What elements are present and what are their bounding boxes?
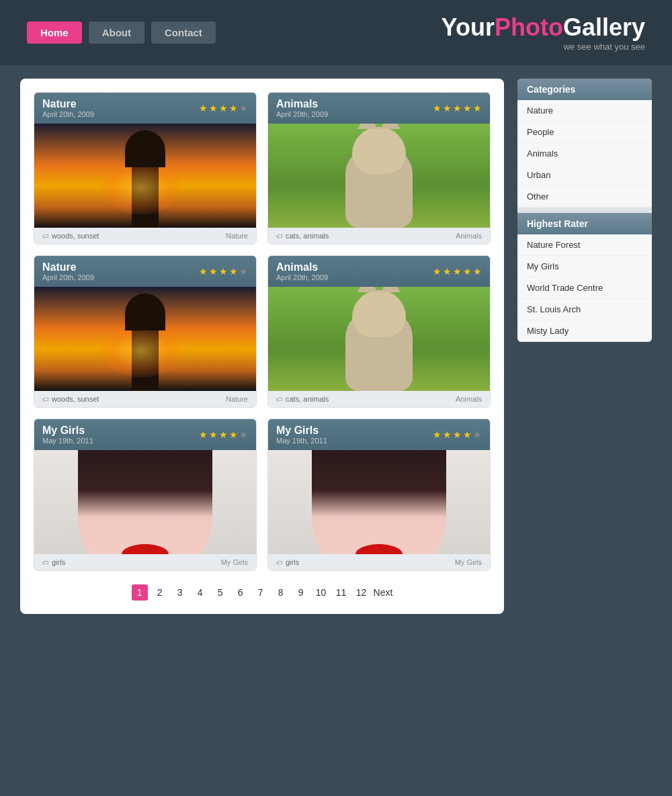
photo-card[interactable]: My Girls May 19th, 2011 ★ ★ ★ ★ ★	[267, 418, 491, 571]
photo-card[interactable]: Animals April 20th, 2009 ★ ★ ★ ★ ★	[267, 255, 491, 408]
gallery-grid: Nature April 20th, 2009 ★ ★ ★ ★ ★ 🏷wo	[34, 92, 491, 571]
star-4: ★	[229, 266, 238, 277]
page-8-button[interactable]: 8	[273, 584, 289, 601]
nav-home-button[interactable]: Home	[27, 21, 82, 44]
photo-card[interactable]: Animals April 20th, 2009 ★ ★ ★ ★ ★	[267, 92, 491, 245]
site-logo: YourPhotoGallery	[442, 13, 645, 42]
nav-about-button[interactable]: About	[89, 21, 144, 44]
star-2: ★	[443, 429, 452, 440]
page-4-button[interactable]: 4	[192, 584, 208, 601]
card-date: May 19th, 2011	[276, 437, 327, 445]
photo-card[interactable]: Nature April 20th, 2009 ★ ★ ★ ★ ★ 🏷wo	[34, 255, 257, 408]
card-category: Nature	[226, 395, 248, 403]
logo-tagline: we see what you see	[442, 42, 645, 52]
card-stars: ★ ★ ★ ★ ★	[433, 266, 482, 277]
card-tags: woods, sunset	[52, 232, 99, 240]
photo-card[interactable]: My Girls May 19th, 2011 ★ ★ ★ ★ ★	[34, 418, 257, 571]
card-category: My Girls	[455, 558, 482, 566]
logo-your: Your	[442, 13, 495, 41]
sidebar-item-my-girls[interactable]: My Girls	[517, 256, 652, 277]
star-5: ★	[473, 103, 482, 114]
tag-icon: 🏷	[276, 232, 283, 240]
girl-face	[312, 450, 446, 554]
photo-card[interactable]: Nature April 20th, 2009 ★ ★ ★ ★ ★ 🏷wo	[34, 92, 257, 245]
page-11-button[interactable]: 11	[333, 584, 349, 601]
card-header: Nature April 20th, 2009 ★ ★ ★ ★ ★	[34, 256, 256, 287]
girl-lips	[355, 544, 403, 554]
card-date: May 19th, 2011	[42, 437, 93, 445]
card-image-nature	[34, 124, 256, 228]
card-category: Nature	[226, 232, 248, 240]
next-page-button[interactable]: Next	[374, 587, 393, 598]
sidebar-item-urban[interactable]: Urban	[517, 165, 652, 186]
star-1: ★	[199, 429, 208, 440]
card-title: My Girls	[276, 425, 327, 437]
girl-lips	[122, 544, 169, 554]
star-2: ★	[443, 103, 452, 114]
cat-ear-right	[380, 124, 401, 129]
page-10-button[interactable]: 10	[313, 584, 329, 601]
pagination: 1 2 3 4 5 6 7 8 9 10 11 12 Next	[34, 584, 491, 601]
page-12-button[interactable]: 12	[353, 584, 370, 601]
card-header: Nature April 20th, 2009 ★ ★ ★ ★ ★	[34, 93, 256, 124]
card-header: My Girls May 19th, 2011 ★ ★ ★ ★ ★	[268, 419, 490, 450]
star-3: ★	[219, 266, 228, 277]
star-4: ★	[229, 429, 238, 440]
page-5-button[interactable]: 5	[212, 584, 228, 601]
card-header: Animals April 20th, 2009 ★ ★ ★ ★ ★	[268, 93, 490, 124]
card-category: My Girls	[221, 558, 248, 566]
card-header: Animals April 20th, 2009 ★ ★ ★ ★ ★	[268, 256, 490, 287]
tag-icon: 🏷	[276, 559, 283, 566]
page-6-button[interactable]: 6	[233, 584, 249, 601]
categories-header: Categories	[517, 79, 652, 100]
sidebar-item-nature-forest[interactable]: Nature Forest	[517, 234, 652, 256]
sidebar-item-nature[interactable]: Nature	[517, 100, 652, 122]
tag-icon: 🏷	[276, 396, 283, 403]
card-image-nature	[34, 287, 256, 391]
header: Home About Contact YourPhotoGallery we s…	[0, 0, 672, 65]
star-3: ★	[219, 103, 228, 114]
cat-face	[352, 127, 406, 174]
star-4: ★	[463, 266, 472, 277]
star-3: ★	[219, 429, 228, 440]
card-date: April 20th, 2009	[42, 110, 94, 118]
logo-gallery: Gallery	[563, 13, 645, 41]
card-footer: 🏷cats, animals Animals	[268, 228, 490, 244]
star-3: ★	[453, 103, 462, 114]
cat-ear-left	[358, 287, 378, 292]
star-3: ★	[453, 266, 462, 277]
card-date: April 20th, 2009	[276, 110, 328, 118]
cat-ear-left	[358, 124, 378, 129]
card-category: Animals	[456, 395, 482, 403]
star-4: ★	[463, 103, 472, 114]
sidebar-box: Categories Nature People Animals Urban O…	[517, 79, 652, 342]
logo-photo: Photo	[495, 13, 563, 41]
sidebar-item-misty-lady[interactable]: Misty Lady	[517, 320, 652, 342]
sidebar-item-animals[interactable]: Animals	[517, 143, 652, 165]
card-header: My Girls May 19th, 2011 ★ ★ ★ ★ ★	[34, 419, 256, 450]
sidebar-item-st-louis[interactable]: St. Louis Arch	[517, 299, 652, 320]
card-tags: cats, animals	[286, 395, 329, 403]
page-7-button[interactable]: 7	[253, 584, 269, 601]
card-title: My Girls	[42, 425, 93, 437]
girl-face	[78, 450, 212, 554]
card-tags: girls	[52, 558, 65, 566]
sidebar-item-other[interactable]: Other	[517, 186, 652, 208]
main-container: Nature April 20th, 2009 ★ ★ ★ ★ ★ 🏷wo	[0, 65, 672, 627]
cat-face	[352, 290, 406, 337]
star-1: ★	[199, 103, 208, 114]
card-date: April 20th, 2009	[42, 273, 94, 281]
star-1: ★	[199, 266, 208, 277]
page-9-button[interactable]: 9	[293, 584, 309, 601]
sidebar-item-people[interactable]: People	[517, 122, 652, 143]
sidebar-item-wtc[interactable]: World Trade Centre	[517, 277, 652, 299]
star-1: ★	[433, 103, 442, 114]
tag-icon: 🏷	[42, 559, 49, 566]
page-3-button[interactable]: 3	[172, 584, 188, 601]
nature-glow	[101, 324, 181, 378]
highest-rated-header: Highest Rater	[517, 213, 652, 234]
card-image-cat	[268, 287, 490, 391]
nav-contact-button[interactable]: Contact	[151, 21, 216, 44]
page-2-button[interactable]: 2	[152, 584, 168, 601]
page-1-button[interactable]: 1	[132, 584, 148, 601]
